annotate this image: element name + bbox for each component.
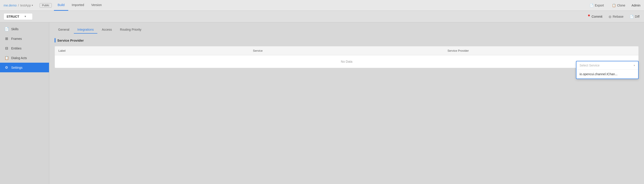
app-chevron-icon: ▾ xyxy=(32,4,33,6)
frames-icon: ⊞ xyxy=(4,36,8,41)
dropdown-placeholder: Select Service xyxy=(580,64,600,67)
top-nav: me.demo / testApp ▾ Public Build Importe… xyxy=(0,0,644,11)
sidebar-item-frames[interactable]: ⊞ Frames xyxy=(0,34,49,44)
diff-icon: 📄 xyxy=(630,15,634,18)
dropdown-option-0[interactable]: io.opencui.channel.IChan... xyxy=(576,70,638,78)
breadcrumb-separator: / xyxy=(18,4,19,7)
sidebar-item-dialog-acts[interactable]: 📋 Dialog Acts xyxy=(0,53,49,63)
rebase-icon: ◎ xyxy=(609,15,611,18)
second-bar: STRUCT ▾ Commit ◎ Rebase 📄 Diff xyxy=(0,11,644,22)
tab-integrations[interactable]: Integrations xyxy=(74,26,97,34)
sidebar-item-label: Settings xyxy=(11,66,22,70)
nav-actions: 📄 Export 📋 Clone Admin xyxy=(588,3,640,8)
breadcrumb-org[interactable]: me.demo xyxy=(4,4,16,7)
entities-icon: ⊟ xyxy=(4,46,8,50)
dropdown-select-field[interactable]: Select Service ▾ xyxy=(576,61,638,70)
commit-button[interactable]: Commit xyxy=(587,14,603,19)
dialog-acts-icon: 📋 xyxy=(4,56,8,60)
tab-version[interactable]: Version xyxy=(88,0,106,11)
sidebar-item-label: Dialog Acts xyxy=(11,56,27,60)
table-header-label: Label xyxy=(55,46,249,55)
table-header-service: Service xyxy=(249,46,444,55)
dropdown-chevron-icon: ▾ xyxy=(634,64,635,67)
public-badge: Public xyxy=(40,3,52,8)
commit-dot-icon xyxy=(588,14,590,18)
section-title: Service Provider xyxy=(57,38,84,42)
rebase-button[interactable]: ◎ Rebase xyxy=(608,14,624,19)
tab-general[interactable]: General xyxy=(54,26,73,34)
clone-label: Clone xyxy=(617,4,626,7)
sidebar-item-label: Skills xyxy=(11,27,18,31)
export-button[interactable]: 📄 Export xyxy=(588,3,606,8)
nav-tabs: Build Imported Version xyxy=(54,0,588,11)
admin-label: Admin xyxy=(632,4,640,7)
tab-build[interactable]: Build xyxy=(54,0,68,11)
struct-label: STRUCT xyxy=(6,15,19,18)
export-icon: 📄 xyxy=(590,4,594,7)
diff-button[interactable]: 📄 Diff xyxy=(629,14,640,19)
sidebar-item-label: Entities xyxy=(11,46,22,50)
content-tabs: General Integrations Access Routing Prio… xyxy=(49,22,644,34)
table-header: Label Service Service Provider xyxy=(55,46,638,55)
sidebar-item-label: Frames xyxy=(11,37,22,40)
toolbar: Commit ◎ Rebase 📄 Diff xyxy=(587,14,640,19)
sidebar-item-skills[interactable]: 📄 Skills xyxy=(0,24,49,34)
commit-label: Commit xyxy=(592,15,602,18)
main-layout: 📄 Skills ⊞ Frames ⊟ Entities 📋 Dialog Ac… xyxy=(0,22,644,184)
struct-dropdown[interactable]: STRUCT ▾ xyxy=(4,13,33,20)
section-header: Service Provider xyxy=(54,38,639,42)
content-area: General Integrations Access Routing Prio… xyxy=(49,22,644,184)
content-body: Service Provider Label Service Service P… xyxy=(49,34,644,72)
table-header-service-provider: Service Provider xyxy=(444,46,638,55)
breadcrumb: me.demo / testApp ▾ xyxy=(4,4,33,7)
tab-routing-priority[interactable]: Routing Priority xyxy=(116,26,145,34)
skills-icon: 📄 xyxy=(4,27,8,31)
sidebar: 📄 Skills ⊞ Frames ⊟ Entities 📋 Dialog Ac… xyxy=(0,22,49,184)
sidebar-item-entities[interactable]: ⊟ Entities xyxy=(0,44,49,53)
breadcrumb-app[interactable]: testApp ▾ xyxy=(20,4,33,7)
struct-chevron-icon: ▾ xyxy=(24,15,26,18)
sidebar-item-settings[interactable]: ⚙ Settings xyxy=(0,63,49,72)
app-name: testApp xyxy=(20,4,31,7)
export-label: Export xyxy=(595,4,604,7)
table-empty-state: No Data xyxy=(55,55,638,68)
clone-button[interactable]: 📋 Clone xyxy=(610,3,627,8)
tab-access[interactable]: Access xyxy=(98,26,116,34)
section-bar-accent xyxy=(54,38,56,42)
settings-icon: ⚙ xyxy=(4,65,8,70)
data-table: Label Service Service Provider No Data xyxy=(54,46,639,68)
clone-icon: 📋 xyxy=(612,4,616,7)
select-service-dropdown[interactable]: Select Service ▾ io.opencui.channel.ICha… xyxy=(576,61,639,79)
diff-label: Diff xyxy=(635,15,640,18)
rebase-label: Rebase xyxy=(613,15,624,18)
tab-imported[interactable]: Imported xyxy=(68,0,88,11)
